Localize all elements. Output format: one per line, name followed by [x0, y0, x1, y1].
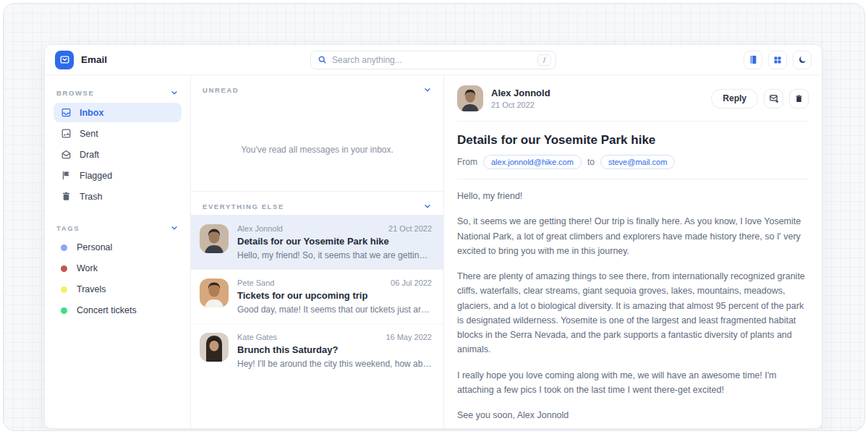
- mail-item-meta: Alex Jonnold 21 Oct 2022: [237, 224, 432, 233]
- mail-date: 21 Oct 2022: [388, 224, 432, 233]
- apps-grid-button[interactable]: [768, 51, 787, 69]
- mail-sender: Alex Jonnold: [237, 224, 283, 233]
- search-input[interactable]: [332, 55, 537, 65]
- detail-actions: Reply: [711, 89, 809, 109]
- to-address-chip[interactable]: steve@mail.com: [600, 155, 675, 169]
- apps-grid-icon: [773, 56, 782, 64]
- everything-else-header[interactable]: EVERYTHING ELSE: [201, 197, 433, 215]
- email-paragraph: Hello, my friend!: [457, 189, 809, 203]
- page-background: Email /: [3, 3, 865, 431]
- email-detail-pane: Alex Jonnold 21 Oct 2022 Reply: [444, 75, 822, 428]
- sidebar-item-label: Flagged: [80, 171, 112, 181]
- tag-item-personal[interactable]: Personal: [54, 237, 182, 258]
- avatar: [200, 224, 229, 253]
- chevron-down-icon[interactable]: [170, 88, 179, 97]
- mail-sender: Pete Sand: [237, 278, 274, 287]
- email-paragraph: See you soon, Alex Jonnold: [457, 408, 809, 422]
- mail-subject: Brunch this Saturday?: [237, 344, 432, 355]
- browse-section-header[interactable]: BROWSE: [54, 84, 182, 101]
- mail-preview: Hey! I'll be around the city this weeken…: [237, 359, 432, 369]
- mail-item-body: Kate Gates 16 May 2022 Brunch this Satur…: [237, 333, 432, 369]
- flag-icon: [61, 170, 72, 181]
- everything-else-label: EVERYTHING ELSE: [203, 203, 284, 210]
- sent-icon: [61, 128, 72, 139]
- chevron-down-icon[interactable]: [423, 85, 432, 94]
- tag-color-dot: [61, 307, 67, 314]
- from-label: From: [457, 157, 477, 167]
- topbar: Email /: [45, 45, 822, 75]
- mail-item-meta: Pete Sand 06 Jul 2022: [237, 278, 432, 287]
- from-address-chip[interactable]: alex.jonnold@hike.com: [483, 155, 582, 169]
- email-paragraph: I really hope you love coming along with…: [457, 368, 809, 398]
- detail-subject: Details for our Yosemite Park hike: [457, 133, 809, 148]
- tags-section-header[interactable]: TAGS: [54, 219, 182, 237]
- tag-label: Travels: [77, 284, 106, 294]
- tags-section-label: TAGS: [56, 224, 80, 232]
- forward-mail-button[interactable]: [764, 89, 783, 109]
- divider: [457, 121, 809, 122]
- detail-date: 21 Oct 2022: [491, 101, 550, 109]
- mail-date: 16 May 2022: [386, 333, 432, 341]
- divider: [457, 179, 809, 179]
- unread-section: UNREAD You've read all messages in your …: [191, 75, 443, 191]
- tag-color-dot: [61, 244, 67, 251]
- sidebar-item-inbox[interactable]: Inbox: [54, 103, 182, 122]
- chevron-down-icon[interactable]: [423, 202, 432, 210]
- avatar: [200, 333, 229, 362]
- sidebar-item-trash[interactable]: Trash: [54, 187, 182, 206]
- everything-else-section: EVERYTHING ELSE: [191, 191, 443, 428]
- unread-section-header[interactable]: UNREAD: [201, 81, 433, 98]
- mail-list-column: UNREAD You've read all messages in your …: [191, 75, 444, 428]
- chevron-down-icon[interactable]: [170, 224, 179, 232]
- mail-preview: Hello, my friend! So, it seems that we a…: [237, 250, 432, 260]
- detail-header: Alex Jonnold 21 Oct 2022 Reply: [457, 85, 809, 111]
- mail-subject: Details for our Yosemite Park hike: [237, 236, 432, 247]
- inbox-icon: [61, 107, 72, 118]
- envelope-forward-icon: [769, 93, 779, 103]
- email-body: Hello, my friend! So, it seems we are ge…: [457, 189, 809, 422]
- browse-section-label: BROWSE: [56, 89, 94, 97]
- sender-block: Alex Jonnold 21 Oct 2022: [491, 88, 550, 109]
- tag-label: Concert tickets: [77, 305, 137, 315]
- tag-item-concert-tickets[interactable]: Concert tickets: [54, 300, 182, 320]
- sidebar-item-sent[interactable]: Sent: [54, 124, 182, 143]
- sidebar-item-flagged[interactable]: Flagged: [54, 166, 182, 185]
- mail-subject: Tickets for our upcoming trip: [237, 290, 432, 301]
- address-book-button[interactable]: [744, 51, 762, 69]
- avatar: [457, 85, 483, 111]
- to-label: to: [587, 157, 595, 167]
- avatar: [200, 278, 229, 307]
- tag-color-dot: [61, 286, 67, 293]
- book-icon: [749, 55, 758, 64]
- detail-sender-name: Alex Jonnold: [491, 88, 550, 98]
- delete-mail-button[interactable]: [789, 89, 809, 109]
- unread-empty-message: You've read all messages in your inbox.: [191, 145, 443, 155]
- tag-label: Work: [77, 263, 98, 273]
- mail-list-item[interactable]: Kate Gates 16 May 2022 Brunch this Satur…: [191, 323, 443, 378]
- trash-icon: [794, 94, 804, 103]
- dark-mode-button[interactable]: [793, 51, 812, 69]
- mail-sender: Kate Gates: [237, 333, 277, 341]
- reply-button[interactable]: Reply: [711, 89, 758, 109]
- sidebar-item-label: Trash: [80, 192, 103, 202]
- moon-icon: [798, 55, 807, 64]
- tag-item-travels[interactable]: Travels: [54, 279, 182, 299]
- from-to-row: From alex.jonnold@hike.com to steve@mail…: [457, 155, 809, 169]
- tag-color-dot: [61, 265, 67, 272]
- tag-item-work[interactable]: Work: [54, 258, 182, 278]
- tags-section: TAGS Personal Work Travels: [54, 219, 182, 320]
- email-app-window: Email /: [44, 44, 822, 429]
- sidebar-item-label: Inbox: [80, 108, 103, 118]
- mail-list-item[interactable]: Pete Sand 06 Jul 2022 Tickets for our up…: [191, 269, 443, 323]
- trash-icon: [61, 191, 72, 202]
- sidebar-item-draft[interactable]: Draft: [54, 145, 182, 164]
- topbar-actions: [744, 51, 812, 69]
- main-columns: BROWSE Inbox: [45, 75, 822, 428]
- mail-item-body: Alex Jonnold 21 Oct 2022 Details for our…: [237, 224, 432, 260]
- mail-item-body: Pete Sand 06 Jul 2022 Tickets for our up…: [237, 278, 432, 315]
- draft-icon: [61, 149, 72, 160]
- mail-list-item[interactable]: Alex Jonnold 21 Oct 2022 Details for our…: [191, 215, 443, 269]
- mail-preview: Good day, mate! It seems that our ticket…: [237, 305, 432, 315]
- mail-date: 06 Jul 2022: [391, 278, 432, 287]
- search-bar[interactable]: /: [310, 51, 556, 69]
